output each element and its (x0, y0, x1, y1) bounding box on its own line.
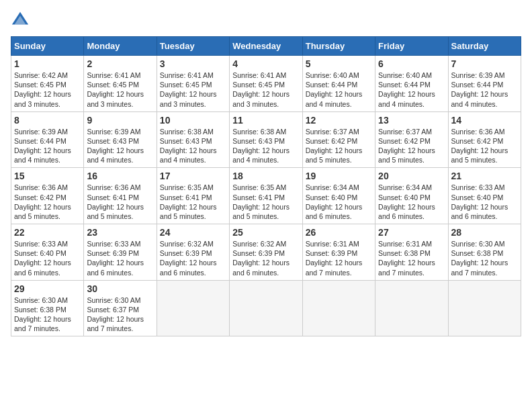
day-number: 8 (14, 115, 81, 126)
calendar-table: Sunday Monday Tuesday Wednesday Thursday… (11, 36, 521, 336)
page-header (11, 11, 521, 30)
day-number: 22 (14, 227, 81, 238)
day-info: Sunrise: 6:41 AM Sunset: 6:45 PM Dayligh… (160, 71, 226, 109)
day-info: Sunrise: 6:39 AM Sunset: 6:44 PM Dayligh… (14, 127, 81, 165)
table-row: 28 Sunrise: 6:30 AM Sunset: 6:38 PM Dayl… (448, 224, 521, 281)
table-row (375, 280, 448, 336)
day-info: Sunrise: 6:41 AM Sunset: 6:45 PM Dayligh… (232, 71, 299, 109)
table-row: 7 Sunrise: 6:39 AM Sunset: 6:44 PM Dayli… (448, 56, 521, 112)
day-number: 16 (87, 171, 153, 181)
table-row: 11 Sunrise: 6:38 AM Sunset: 6:43 PM Dayl… (230, 111, 302, 168)
day-number: 23 (87, 227, 153, 238)
day-info: Sunrise: 6:33 AM Sunset: 6:40 PM Dayligh… (451, 183, 518, 221)
day-number: 6 (378, 58, 445, 69)
day-number: 14 (451, 115, 518, 126)
calendar-row: 22 Sunrise: 6:33 AM Sunset: 6:40 PM Dayl… (11, 224, 521, 281)
table-row: 22 Sunrise: 6:33 AM Sunset: 6:40 PM Dayl… (11, 224, 84, 281)
table-row: 13 Sunrise: 6:37 AM Sunset: 6:42 PM Dayl… (375, 111, 448, 168)
day-info: Sunrise: 6:38 AM Sunset: 6:43 PM Dayligh… (232, 127, 299, 165)
col-wednesday: Wednesday (230, 37, 302, 56)
col-monday: Monday (84, 37, 157, 56)
table-row: 24 Sunrise: 6:32 AM Sunset: 6:39 PM Dayl… (157, 224, 229, 281)
col-thursday: Thursday (302, 37, 375, 56)
table-row (448, 280, 521, 336)
day-number: 10 (160, 115, 226, 126)
day-number: 5 (306, 58, 372, 69)
day-number: 27 (378, 227, 445, 238)
table-row: 14 Sunrise: 6:36 AM Sunset: 6:42 PM Dayl… (448, 111, 521, 168)
logo-icon (11, 11, 30, 30)
table-row (230, 280, 302, 336)
day-info: Sunrise: 6:34 AM Sunset: 6:40 PM Dayligh… (306, 183, 372, 221)
day-info: Sunrise: 6:36 AM Sunset: 6:42 PM Dayligh… (451, 127, 518, 165)
calendar-row: 8 Sunrise: 6:39 AM Sunset: 6:44 PM Dayli… (11, 111, 521, 168)
table-row: 16 Sunrise: 6:36 AM Sunset: 6:41 PM Dayl… (84, 168, 157, 224)
day-number: 11 (232, 115, 299, 126)
day-number: 9 (87, 115, 153, 126)
table-row (302, 280, 375, 336)
day-number: 25 (232, 227, 299, 238)
day-info: Sunrise: 6:37 AM Sunset: 6:42 PM Dayligh… (306, 127, 372, 165)
table-row: 21 Sunrise: 6:33 AM Sunset: 6:40 PM Dayl… (448, 168, 521, 224)
day-info: Sunrise: 6:31 AM Sunset: 6:38 PM Dayligh… (378, 239, 445, 277)
day-info: Sunrise: 6:32 AM Sunset: 6:39 PM Dayligh… (232, 239, 299, 277)
day-number: 19 (306, 171, 372, 181)
table-row: 17 Sunrise: 6:35 AM Sunset: 6:41 PM Dayl… (157, 168, 229, 224)
day-info: Sunrise: 6:39 AM Sunset: 6:43 PM Dayligh… (87, 127, 153, 165)
day-info: Sunrise: 6:40 AM Sunset: 6:44 PM Dayligh… (306, 71, 372, 109)
table-row: 10 Sunrise: 6:38 AM Sunset: 6:43 PM Dayl… (157, 111, 229, 168)
table-row: 8 Sunrise: 6:39 AM Sunset: 6:44 PM Dayli… (11, 111, 84, 168)
table-row: 20 Sunrise: 6:34 AM Sunset: 6:40 PM Dayl… (375, 168, 448, 224)
day-number: 7 (451, 58, 518, 69)
table-row (157, 280, 229, 336)
day-number: 13 (378, 115, 445, 126)
table-row: 3 Sunrise: 6:41 AM Sunset: 6:45 PM Dayli… (157, 56, 229, 112)
calendar-header-row: Sunday Monday Tuesday Wednesday Thursday… (11, 37, 521, 56)
day-info: Sunrise: 6:35 AM Sunset: 6:41 PM Dayligh… (160, 183, 226, 221)
day-info: Sunrise: 6:42 AM Sunset: 6:45 PM Dayligh… (14, 71, 81, 109)
day-number: 20 (378, 171, 445, 181)
col-saturday: Saturday (448, 37, 521, 56)
day-info: Sunrise: 6:39 AM Sunset: 6:44 PM Dayligh… (451, 71, 518, 109)
table-row: 23 Sunrise: 6:33 AM Sunset: 6:39 PM Dayl… (84, 224, 157, 281)
day-number: 26 (306, 227, 372, 238)
day-info: Sunrise: 6:41 AM Sunset: 6:45 PM Dayligh… (87, 71, 153, 109)
col-tuesday: Tuesday (157, 37, 229, 56)
calendar-row: 1 Sunrise: 6:42 AM Sunset: 6:45 PM Dayli… (11, 56, 521, 112)
table-row: 15 Sunrise: 6:36 AM Sunset: 6:42 PM Dayl… (11, 168, 84, 224)
day-info: Sunrise: 6:40 AM Sunset: 6:44 PM Dayligh… (378, 71, 445, 109)
day-number: 24 (160, 227, 226, 238)
day-number: 21 (451, 171, 518, 181)
day-number: 12 (306, 115, 372, 126)
table-row: 1 Sunrise: 6:42 AM Sunset: 6:45 PM Dayli… (11, 56, 84, 112)
day-info: Sunrise: 6:34 AM Sunset: 6:40 PM Dayligh… (378, 183, 445, 221)
day-number: 29 (14, 283, 81, 294)
day-number: 3 (160, 58, 226, 69)
table-row: 12 Sunrise: 6:37 AM Sunset: 6:42 PM Dayl… (302, 111, 375, 168)
table-row: 19 Sunrise: 6:34 AM Sunset: 6:40 PM Dayl… (302, 168, 375, 224)
table-row: 26 Sunrise: 6:31 AM Sunset: 6:39 PM Dayl… (302, 224, 375, 281)
day-info: Sunrise: 6:33 AM Sunset: 6:40 PM Dayligh… (14, 239, 81, 277)
day-info: Sunrise: 6:38 AM Sunset: 6:43 PM Dayligh… (160, 127, 226, 165)
table-row: 29 Sunrise: 6:30 AM Sunset: 6:38 PM Dayl… (11, 280, 84, 336)
logo (11, 11, 31, 30)
day-info: Sunrise: 6:30 AM Sunset: 6:37 PM Dayligh… (87, 295, 153, 334)
table-row: 4 Sunrise: 6:41 AM Sunset: 6:45 PM Dayli… (230, 56, 302, 112)
col-sunday: Sunday (11, 37, 84, 56)
day-info: Sunrise: 6:33 AM Sunset: 6:39 PM Dayligh… (87, 239, 153, 277)
day-info: Sunrise: 6:35 AM Sunset: 6:41 PM Dayligh… (232, 183, 299, 221)
calendar-row: 29 Sunrise: 6:30 AM Sunset: 6:38 PM Dayl… (11, 280, 521, 336)
day-number: 28 (451, 227, 518, 238)
day-info: Sunrise: 6:30 AM Sunset: 6:38 PM Dayligh… (451, 239, 518, 277)
table-row: 25 Sunrise: 6:32 AM Sunset: 6:39 PM Dayl… (230, 224, 302, 281)
day-number: 15 (14, 171, 81, 181)
table-row: 6 Sunrise: 6:40 AM Sunset: 6:44 PM Dayli… (375, 56, 448, 112)
day-info: Sunrise: 6:37 AM Sunset: 6:42 PM Dayligh… (378, 127, 445, 165)
day-info: Sunrise: 6:36 AM Sunset: 6:41 PM Dayligh… (87, 183, 153, 221)
table-row: 27 Sunrise: 6:31 AM Sunset: 6:38 PM Dayl… (375, 224, 448, 281)
table-row: 2 Sunrise: 6:41 AM Sunset: 6:45 PM Dayli… (84, 56, 157, 112)
day-info: Sunrise: 6:36 AM Sunset: 6:42 PM Dayligh… (14, 183, 81, 221)
col-friday: Friday (375, 37, 448, 56)
table-row: 5 Sunrise: 6:40 AM Sunset: 6:44 PM Dayli… (302, 56, 375, 112)
day-number: 30 (87, 283, 153, 294)
